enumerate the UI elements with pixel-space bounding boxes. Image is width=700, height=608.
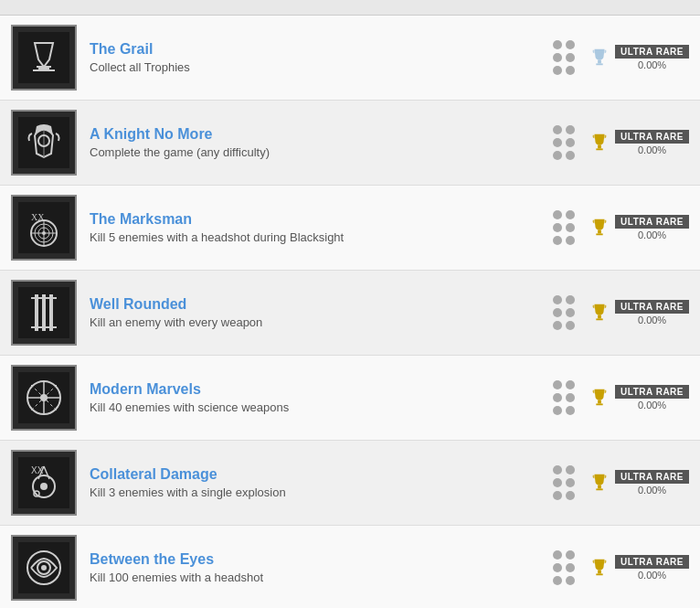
dot — [566, 236, 575, 245]
badge-area: ULTRA RARE 0.00% — [589, 555, 689, 581]
trophy-icon-marksman: XX — [11, 195, 77, 261]
dots-grid — [553, 295, 575, 330]
dot — [566, 40, 575, 49]
rarity-percent: 0.00% — [638, 59, 666, 70]
trophy-title: The Marksman — [90, 211, 553, 228]
trophy-title: Well Rounded — [90, 296, 553, 313]
trophy-right-section: ULTRA RARE 0.00% — [553, 210, 689, 245]
svg-point-41 — [40, 483, 48, 490]
trophy-row: A Knight No More Complete the game (any … — [0, 101, 700, 186]
trophy-title: The Grail — [90, 41, 553, 58]
dot — [566, 380, 575, 389]
dot — [553, 66, 562, 75]
dot — [566, 576, 575, 585]
dot — [553, 40, 562, 49]
dot — [566, 491, 575, 500]
dots-grid — [553, 465, 575, 500]
trophy-info: Between the Eyes Kill 100 enemies with a… — [90, 551, 553, 584]
trophy-description: Kill 100 enemies with a headshot — [90, 571, 553, 584]
trophy-info: The Marksman Kill 5 enemies with a heads… — [90, 211, 553, 244]
svg-rect-50 — [596, 573, 602, 575]
rarity-badge: ULTRA RARE 0.00% — [615, 45, 689, 70]
dot — [553, 210, 562, 219]
dot — [566, 125, 575, 134]
badge-area: ULTRA RARE 0.00% — [589, 215, 689, 240]
trophy-cup-icon — [589, 218, 610, 238]
dot — [553, 321, 562, 330]
trophy-right-section: ULTRA RARE 0.00% — [553, 295, 689, 330]
svg-rect-28 — [596, 318, 602, 320]
badge-area: ULTRA RARE 0.00% — [589, 45, 689, 70]
dots-grid — [553, 550, 575, 585]
trophy-icon-weapons — [11, 280, 77, 346]
dots-grid — [553, 210, 575, 245]
trophy-row: The Grail Collect all Trophies — [0, 16, 700, 101]
dot — [553, 393, 562, 402]
trophy-info: Collateral Damage Kill 3 enemies with a … — [90, 466, 553, 499]
trophy-row: Between the Eyes Kill 100 enemies with a… — [0, 526, 700, 608]
trophy-title: Between the Eyes — [90, 551, 553, 568]
trophy-cup-icon — [589, 133, 610, 153]
dot — [566, 563, 575, 572]
rarity-percent: 0.00% — [638, 144, 666, 155]
trophy-cup-icon — [589, 388, 610, 408]
svg-rect-27 — [598, 315, 601, 319]
trophy-description: Kill an enemy with every weapon — [90, 315, 553, 329]
dot — [566, 321, 575, 330]
dot — [553, 465, 562, 475]
dot — [566, 295, 575, 304]
dot — [553, 151, 562, 160]
dot — [553, 406, 562, 415]
svg-rect-5 — [596, 63, 602, 65]
svg-rect-20 — [596, 233, 602, 235]
svg-rect-9 — [598, 145, 601, 149]
svg-point-48 — [41, 565, 47, 571]
trophy-row: Modern Marvels Kill 40 enemies with scie… — [0, 356, 700, 441]
rarity-badge: ULTRA RARE 0.00% — [615, 300, 689, 325]
trophy-row: XX The Marksman Kill 5 enemies with a he… — [0, 186, 700, 271]
dot — [566, 478, 575, 487]
dot — [566, 66, 575, 75]
trophy-cup-icon — [589, 473, 610, 493]
trophy-right-section: ULTRA RARE 0.00% — [553, 550, 689, 585]
trophy-right-section: ULTRA RARE 0.00% — [553, 40, 689, 75]
trophy-icon-grail — [11, 25, 77, 91]
dot — [566, 223, 575, 232]
rarity-badge: ULTRA RARE 0.00% — [615, 470, 689, 496]
dot — [553, 223, 562, 232]
trophy-title: Collateral Damage — [90, 466, 553, 483]
dot — [553, 125, 562, 134]
page-header — [0, 0, 700, 16]
trophy-icon-explosion: XX — [11, 450, 77, 516]
trophy-info: Well Rounded Kill an enemy with every we… — [90, 296, 553, 329]
dot — [566, 393, 575, 402]
rarity-label: ULTRA RARE — [615, 300, 689, 314]
trophy-info: A Knight No More Complete the game (any … — [90, 126, 553, 159]
svg-rect-44 — [596, 488, 602, 490]
trophy-info: Modern Marvels Kill 40 enemies with scie… — [90, 381, 553, 414]
rarity-percent: 0.00% — [638, 229, 666, 240]
trophy-cup-icon — [589, 558, 610, 578]
dot — [566, 138, 575, 147]
trophy-icon-eyes — [11, 535, 77, 601]
dot — [553, 53, 562, 62]
trophy-row: XX Collateral Damage Kill 3 enemies with… — [0, 441, 700, 526]
badge-area: ULTRA RARE 0.00% — [589, 130, 689, 155]
svg-rect-0 — [18, 32, 69, 83]
svg-rect-49 — [598, 571, 601, 574]
badge-area: ULTRA RARE 0.00% — [589, 300, 689, 325]
dot — [566, 406, 575, 415]
dot — [553, 308, 562, 317]
dot — [566, 550, 575, 560]
dot — [566, 210, 575, 219]
dots-grid — [553, 40, 575, 75]
trophy-list: The Grail Collect all Trophies — [0, 16, 700, 608]
rarity-label: ULTRA RARE — [615, 215, 689, 229]
rarity-label: ULTRA RARE — [615, 555, 689, 569]
rarity-badge: ULTRA RARE 0.00% — [615, 130, 689, 155]
rarity-percent: 0.00% — [638, 400, 666, 411]
dot — [553, 380, 562, 389]
rarity-label: ULTRA RARE — [615, 385, 689, 399]
svg-rect-34 — [598, 400, 601, 404]
svg-rect-43 — [598, 485, 601, 489]
